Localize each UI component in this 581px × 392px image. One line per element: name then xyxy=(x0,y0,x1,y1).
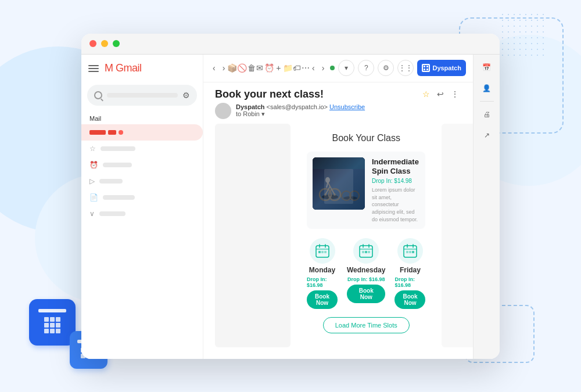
svg-point-18 xyxy=(342,191,351,200)
add-task-button[interactable]: + xyxy=(274,62,283,74)
svg-point-17 xyxy=(343,196,357,200)
svg-line-13 xyxy=(330,186,335,195)
dispatch-label: Dyspatch xyxy=(432,64,461,71)
svg-rect-27 xyxy=(324,251,327,253)
sidebar-item-inbox[interactable] xyxy=(81,124,203,141)
gmail-topbar: ‹ › 📦 🚫 🗑 ✉ ⏰ + 📁 🏷 ⋯ ‹ › xyxy=(203,55,473,82)
svg-rect-34 xyxy=(368,251,370,253)
book-now-friday[interactable]: Book Now xyxy=(394,290,425,309)
next-email-arrow[interactable]: › xyxy=(320,62,327,74)
contacts-button[interactable]: 👤 xyxy=(479,80,495,96)
friday-drop-in-label: Drop In: xyxy=(394,276,415,282)
apps-button[interactable]: ⋮⋮ xyxy=(397,60,414,76)
print-button[interactable]: 🖨 xyxy=(479,106,495,123)
nav-arrows: ‹ › xyxy=(210,62,227,74)
sidebar-item-starred[interactable]: ☆ xyxy=(81,141,203,157)
gmail-logo: M Gmail xyxy=(105,62,142,74)
traffic-light-yellow[interactable] xyxy=(101,40,108,47)
svg-point-7 xyxy=(322,195,338,199)
email-recipient: to Robin ▾ xyxy=(236,110,365,118)
gmail-main-content: ‹ › 📦 🚫 🗑 ✉ ⏰ + 📁 🏷 ⋯ ‹ › xyxy=(203,55,473,359)
svg-point-10 xyxy=(329,189,340,200)
wednesday-slot-icon xyxy=(353,238,379,264)
move-button[interactable]: 📁 xyxy=(283,62,293,74)
gmail-navigation: Mail ☆ ⏰ ▷ xyxy=(81,110,203,359)
svg-rect-4 xyxy=(426,69,428,70)
class-info-card: Indermediate Spin Class Drop In: $14.98 … xyxy=(307,152,425,229)
search-filter-icon[interactable]: ⚙ xyxy=(182,91,190,100)
svg-point-9 xyxy=(324,193,327,196)
email-right-sidebar-placeholder xyxy=(442,124,473,347)
star-button[interactable]: ☆ xyxy=(420,88,432,100)
gmail-search-bar[interactable]: ⚙ xyxy=(87,85,197,106)
class-image xyxy=(313,157,365,210)
wednesday-label: Wednesday xyxy=(347,266,385,274)
sidebar-item-drafts[interactable]: 📄 xyxy=(81,189,203,206)
sender-name: Dyspatch xyxy=(236,103,265,110)
sidebar-item-snoozed[interactable]: ⏰ xyxy=(81,157,203,173)
svg-rect-41 xyxy=(412,251,414,253)
sidebar-item-more[interactable]: ∨ xyxy=(81,206,203,222)
monday-label: Monday xyxy=(309,266,335,274)
sender-email: <sales@dyspatch.io> xyxy=(267,103,328,110)
monday-slot-icon xyxy=(310,238,335,264)
more-email-actions[interactable]: ⋮ xyxy=(449,88,461,100)
load-more-slots-button[interactable]: Load More Time Slots xyxy=(323,317,410,333)
settings-button[interactable]: ⚙ xyxy=(378,60,394,76)
label-button[interactable]: 🏷 xyxy=(293,62,302,74)
unsubscribe-link[interactable]: Unsubscribe xyxy=(329,103,365,110)
svg-rect-32 xyxy=(362,251,364,253)
monday-price-value: $16.98 xyxy=(307,282,323,288)
spam-button[interactable]: 🚫 xyxy=(237,62,247,74)
reply-button[interactable]: ↩ xyxy=(435,88,446,100)
dispatch-logo-icon xyxy=(422,64,430,72)
friday-label: Friday xyxy=(400,266,421,274)
svg-rect-40 xyxy=(409,251,411,253)
book-now-wednesday[interactable]: Book Now xyxy=(347,285,385,303)
sidebar-item-sent[interactable]: ▷ xyxy=(81,173,203,189)
back-arrow[interactable]: ‹ xyxy=(210,62,218,74)
svg-rect-26 xyxy=(321,251,324,253)
browser-body: M Gmail ⚙ Mail ☆ xyxy=(81,55,500,359)
gmail-header: M Gmail xyxy=(81,55,203,82)
class-price: Drop In: $14.98 xyxy=(372,178,419,184)
traffic-light-green[interactable] xyxy=(113,40,120,47)
email-content-card: Book Your Class xyxy=(297,124,435,343)
email-main-column: Book Your Class xyxy=(297,124,435,347)
svg-rect-3 xyxy=(424,69,425,70)
open-in-new-button[interactable]: ↗ xyxy=(479,127,495,143)
prev-email-arrow[interactable]: ‹ xyxy=(310,62,317,74)
account-dropdown[interactable]: ▾ xyxy=(338,60,354,76)
traffic-light-red[interactable] xyxy=(89,40,96,47)
friday-price-value: $16.98 xyxy=(394,282,411,288)
status-indicator xyxy=(330,66,335,70)
forward-arrow[interactable]: › xyxy=(220,62,228,74)
browser-window: M Gmail ⚙ Mail ☆ xyxy=(81,34,500,359)
friday-slot-icon xyxy=(397,238,423,264)
dispatch-badge[interactable]: Dyspatch xyxy=(417,60,466,76)
hamburger-menu-icon[interactable] xyxy=(88,65,99,72)
svg-line-12 xyxy=(325,186,330,195)
time-slot-monday: Monday Drop In: $16.98 Book Now xyxy=(307,238,338,309)
browser-titlebar xyxy=(81,34,500,55)
email-subject: Book your next class! xyxy=(215,88,324,100)
class-description: Lorem ipsum dolor sit amet, consectetur … xyxy=(372,186,419,223)
svg-point-15 xyxy=(325,177,330,183)
book-now-monday[interactable]: Book Now xyxy=(307,290,338,309)
snooze-button[interactable]: ⏰ xyxy=(264,62,274,74)
more-toolbar-button[interactable]: ⋯ xyxy=(301,62,310,74)
time-slot-wednesday: Wednesday Drop In: $16.98 Book Now xyxy=(347,238,385,309)
email-body: Book Your Class xyxy=(203,124,473,359)
email-left-sidebar-placeholder xyxy=(215,124,290,347)
email-button[interactable]: ✉ xyxy=(256,62,264,74)
archive-button[interactable]: 📦 xyxy=(227,62,237,74)
svg-line-16 xyxy=(327,183,328,188)
meet-button[interactable]: 📅 xyxy=(479,59,495,75)
class-name: Indermediate Spin Class xyxy=(372,157,419,177)
monday-price: Drop In: $16.98 xyxy=(307,276,338,288)
search-bar-placeholder xyxy=(107,93,178,98)
sender-avatar xyxy=(215,103,231,119)
delete-button[interactable]: 🗑 xyxy=(247,62,256,74)
gmail-right-panel: 📅 👤 🖨 ↗ xyxy=(473,55,500,359)
help-button[interactable]: ? xyxy=(358,60,374,76)
